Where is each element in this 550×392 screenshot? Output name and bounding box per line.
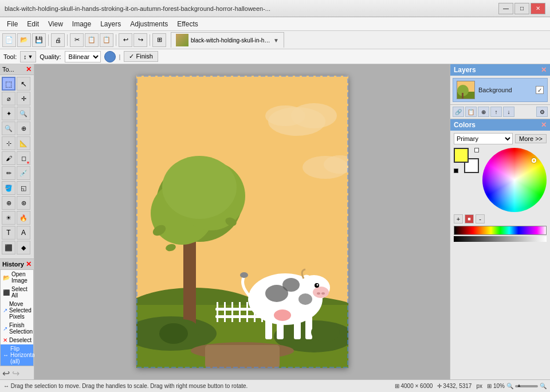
- history-item-deselect[interactable]: ✕ Deselect: [1, 336, 33, 344]
- tb-grid[interactable]: ⊞: [152, 33, 166, 47]
- white-swatch-small: [474, 148, 479, 152]
- menu-view[interactable]: View: [44, 19, 68, 29]
- menu-adjustments[interactable]: Adjustments: [125, 19, 172, 29]
- burn-tool[interactable]: 🔥: [17, 211, 30, 225]
- menubar: File Edit View Image Layers Adjustments …: [0, 17, 550, 31]
- status-coordinates: ✛ 3432, 5317: [437, 383, 472, 389]
- finish-button[interactable]: ✓ Finish: [124, 51, 158, 62]
- dodge-tool[interactable]: ☀: [2, 211, 15, 225]
- colors-mode-select[interactable]: Primary Secondary: [454, 133, 513, 144]
- rect-select-tool[interactable]: ⬚: [2, 77, 15, 91]
- zoom-out-tool[interactable]: 🔍: [17, 107, 30, 120]
- history-list: 📂 Open Image ⬛ Select All ↗ Move Selecte…: [0, 270, 34, 366]
- history-open-label: Open Image: [11, 271, 31, 284]
- lasso-tool[interactable]: ⌀: [2, 92, 15, 105]
- tb-paste[interactable]: 📋: [100, 33, 113, 47]
- eyedropper-tool[interactable]: 💉: [17, 166, 30, 180]
- main-area: To... ✕ ⬚ ↖ ⌀ ✛ ✦ 🔍 🔍 ⊕: [0, 64, 550, 379]
- quality-select[interactable]: Bilinear: [65, 51, 101, 62]
- layer-visibility-checkbox[interactable]: ✓: [536, 86, 544, 94]
- tb-print[interactable]: 🖨: [51, 33, 65, 47]
- zoom-slider[interactable]: ▲: [515, 385, 538, 387]
- tb-redo[interactable]: ↪: [133, 33, 147, 47]
- tool-selector[interactable]: ↕ ▼: [20, 51, 36, 62]
- coordinates-icon: ✛: [437, 383, 442, 389]
- history-item-finish[interactable]: ↗ Finish Selection: [1, 321, 33, 336]
- redo-button[interactable]: ↪: [12, 368, 19, 379]
- layers-copy-btn[interactable]: 📋: [465, 107, 477, 117]
- close-button[interactable]: ✕: [531, 3, 545, 14]
- history-close-icon[interactable]: ✕: [26, 260, 32, 268]
- color-indicator[interactable]: [104, 51, 116, 62]
- toolbar-separator3: [116, 34, 116, 46]
- layers-link-btn[interactable]: 🔗: [453, 107, 464, 117]
- gradient-tool[interactable]: ◱: [17, 181, 30, 195]
- zoom-in-tool[interactable]: 🔍: [2, 121, 15, 135]
- menu-image[interactable]: Image: [68, 19, 96, 29]
- history-deselect-icon: ✕: [3, 337, 7, 343]
- tool-label: Tool:: [3, 53, 17, 60]
- canvas-area[interactable]: [34, 64, 450, 379]
- arrow-select-tool[interactable]: ↖: [17, 77, 30, 91]
- layers-move-down-btn[interactable]: ↓: [503, 107, 514, 117]
- fill-tool[interactable]: 🪣: [2, 181, 15, 195]
- layers-close-icon[interactable]: ✕: [541, 66, 547, 74]
- history-move-icon: ↗: [3, 307, 7, 313]
- move-tool[interactable]: ✛: [17, 92, 30, 105]
- zoom-fit-tool[interactable]: ⊕: [17, 121, 30, 135]
- tb-cut[interactable]: ✂: [70, 33, 84, 47]
- add-color-btn[interactable]: +: [454, 214, 463, 224]
- history-item-open[interactable]: 📂 Open Image: [1, 270, 33, 285]
- toolbox-close-icon[interactable]: ✕: [26, 65, 32, 73]
- layers-move-up-btn[interactable]: ↑: [490, 107, 502, 117]
- text-tool[interactable]: T: [2, 226, 15, 240]
- tb-new[interactable]: 📄: [2, 33, 16, 47]
- magic-wand-tool[interactable]: ✦: [2, 107, 15, 120]
- menu-effects[interactable]: Effects: [172, 19, 202, 29]
- zoom-value: 10%: [493, 383, 505, 389]
- measure-tool[interactable]: 📐: [17, 136, 30, 150]
- shape2-tool[interactable]: ◆: [17, 241, 30, 254]
- tab-dropdown-arrow[interactable]: ▼: [273, 37, 279, 44]
- crop-tool[interactable]: ⊹: [2, 136, 15, 150]
- shape-tool[interactable]: ⬛: [2, 241, 15, 254]
- tb-open[interactable]: 📂: [17, 33, 31, 47]
- heal-tool[interactable]: ⊛: [17, 196, 30, 210]
- color-strip[interactable]: [454, 226, 547, 235]
- colors-more-button[interactable]: More >>: [515, 134, 547, 143]
- color-wheel-container[interactable]: [482, 148, 547, 212]
- maximize-button[interactable]: □: [514, 3, 529, 14]
- menu-file[interactable]: File: [2, 19, 22, 29]
- history-item-flip[interactable]: ↔ Flip Horizontal (all): [1, 344, 33, 366]
- fg-swatch[interactable]: [454, 148, 469, 163]
- pencil-tool[interactable]: ✏: [2, 166, 15, 180]
- layers-merge-btn[interactable]: ⊕: [478, 107, 489, 117]
- menu-edit[interactable]: Edit: [22, 19, 44, 29]
- active-tab[interactable]: black-witch-holding-skull-in-hands... ▼: [171, 32, 284, 48]
- undo-button[interactable]: ↩: [2, 368, 10, 379]
- status-unit[interactable]: px: [476, 383, 482, 389]
- tb-copy[interactable]: 📋: [85, 33, 99, 47]
- colors-close-icon[interactable]: ✕: [541, 121, 547, 129]
- more-color-btn[interactable]: -: [476, 214, 485, 224]
- layer-item-background[interactable]: Background ✓: [453, 78, 548, 102]
- delete-color-btn[interactable]: ■: [465, 214, 474, 224]
- minimize-button[interactable]: —: [498, 3, 513, 14]
- history-item-selectall[interactable]: ⬛ Select All: [1, 285, 33, 300]
- paintbrush-tool[interactable]: 🖌: [2, 151, 15, 165]
- menu-layers[interactable]: Layers: [96, 19, 125, 29]
- svg-point-51: [311, 323, 340, 342]
- history-item-move[interactable]: ↗ Move Selected Pixels: [1, 300, 33, 321]
- color-wheel-cursor: [532, 158, 536, 163]
- text2-tool[interactable]: A: [17, 226, 30, 240]
- left-panel: To... ✕ ⬚ ↖ ⌀ ✛ ✦ 🔍 🔍 ⊕: [0, 64, 34, 379]
- zoom-out-btn[interactable]: 🔍: [506, 383, 513, 389]
- eraser-tool[interactable]: ◻ ■: [17, 151, 30, 165]
- tb-save[interactable]: 💾: [32, 33, 46, 47]
- tb-undo[interactable]: ↩: [119, 33, 132, 47]
- black-white-strip[interactable]: [454, 236, 547, 242]
- clone-tool[interactable]: ⊕: [2, 196, 15, 210]
- layers-settings-btn[interactable]: ⚙: [536, 107, 548, 117]
- toolbox-to-label[interactable]: To...: [2, 66, 14, 73]
- zoom-in-btn[interactable]: 🔍: [540, 383, 547, 389]
